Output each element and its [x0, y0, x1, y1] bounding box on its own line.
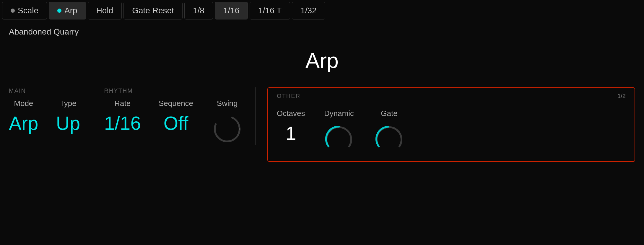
type-value[interactable]: Up	[56, 114, 80, 133]
octaves-label: Octaves	[277, 109, 305, 118]
other-header: OTHER 1/2	[277, 93, 626, 104]
swing-knob[interactable]	[211, 113, 243, 145]
nav-label-1-32: 1/32	[300, 6, 317, 15]
gate-knob[interactable]	[373, 123, 405, 155]
dynamic-knob[interactable]	[323, 123, 355, 155]
arp-dot	[57, 9, 61, 13]
svg-point-0	[215, 117, 240, 141]
mode-value[interactable]: Arp	[9, 114, 38, 133]
mode-label: Mode	[14, 99, 33, 108]
nav-btn-hold[interactable]: Hold	[88, 2, 122, 19]
other-label: OTHER	[277, 93, 300, 99]
rhythm-controls: Rate 1/16 Sequence Off Swing	[104, 99, 243, 145]
gate-control[interactable]: Gate	[373, 109, 405, 155]
nav-label-arp: Arp	[64, 6, 77, 15]
sequence-label: Sequence	[159, 99, 193, 108]
nav-btn-scale[interactable]: Scale	[2, 2, 47, 19]
other-section: OTHER 1/2 Octaves 1 Dynamic	[267, 87, 635, 162]
rhythm-section: RHYTHM Rate 1/16 Sequence Off Swing	[104, 87, 256, 145]
rate-control: Rate 1/16	[104, 99, 141, 133]
top-nav: Scale Arp Hold Gate Reset 1/8 1/16 1/16 …	[0, 0, 644, 21]
other-controls: Octaves 1 Dynamic Gate	[277, 109, 626, 155]
octaves-control: Octaves 1	[277, 109, 305, 143]
content-area: Abandoned Quarry Arp MAIN Mode Arp Type …	[0, 21, 644, 245]
nav-btn-gate-reset[interactable]: Gate Reset	[123, 2, 183, 19]
swing-label: Swing	[217, 99, 238, 108]
preset-name: Abandoned Quarry	[9, 27, 635, 37]
controls-row: MAIN Mode Arp Type Up RHYTHM Rate 1/16	[9, 87, 635, 162]
dynamic-label: Dynamic	[324, 109, 354, 118]
sequence-value[interactable]: Off	[163, 114, 188, 133]
nav-label-1-16t: 1/16 T	[258, 6, 282, 15]
main-controls: Mode Arp Type Up	[9, 99, 80, 133]
nav-btn-1-16t[interactable]: 1/16 T	[250, 2, 290, 19]
mode-control: Mode Arp	[9, 99, 38, 133]
nav-btn-1-8[interactable]: 1/8	[184, 2, 213, 19]
scale-dot	[11, 9, 15, 13]
section-title: Arp	[9, 48, 635, 73]
rhythm-label: RHYTHM	[104, 87, 243, 94]
swing-control[interactable]: Swing	[211, 99, 243, 145]
main-section: MAIN Mode Arp Type Up	[9, 87, 92, 133]
type-label: Type	[60, 99, 76, 108]
nav-label-1-16: 1/16	[223, 6, 240, 15]
rate-label: Rate	[114, 99, 131, 108]
nav-btn-1-16[interactable]: 1/16	[215, 2, 248, 19]
nav-label-scale: Scale	[18, 6, 38, 15]
nav-label-gate-reset: Gate Reset	[132, 6, 174, 15]
sequence-control: Sequence Off	[159, 99, 193, 133]
nav-btn-1-32[interactable]: 1/32	[292, 2, 325, 19]
nav-label-hold: Hold	[96, 6, 113, 15]
main-label: MAIN	[9, 87, 80, 94]
octaves-value[interactable]: 1	[286, 124, 296, 143]
type-control: Type Up	[56, 99, 80, 133]
dynamic-control[interactable]: Dynamic	[323, 109, 355, 155]
gate-label: Gate	[381, 109, 397, 118]
page-indicator: 1/2	[617, 93, 626, 99]
nav-label-1-8: 1/8	[193, 6, 204, 15]
rate-value[interactable]: 1/16	[104, 114, 141, 133]
nav-btn-arp[interactable]: Arp	[49, 2, 86, 19]
